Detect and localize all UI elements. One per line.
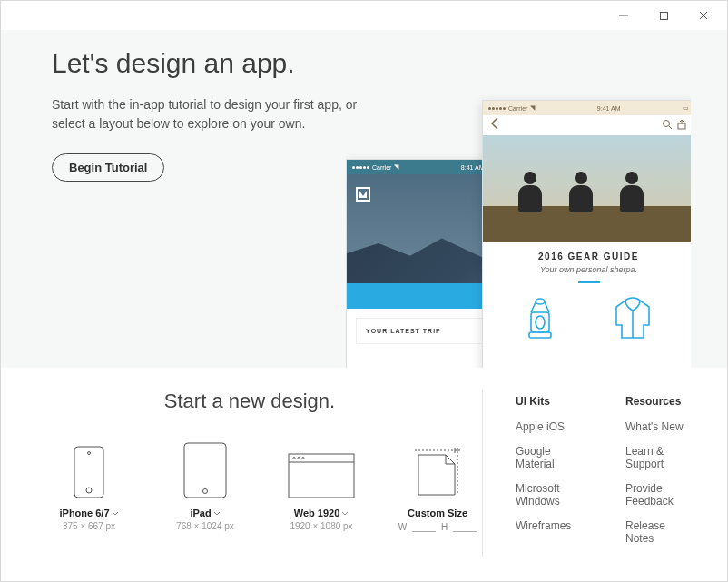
link-whats-new[interactable]: What's New: [625, 420, 691, 433]
svg-rect-20: [289, 454, 354, 498]
mock2-title: 2016 GEAR GUIDE: [483, 252, 691, 261]
battery-icon: ▭: [683, 104, 689, 112]
mock2-carrier: Carrier: [508, 105, 527, 112]
preset-custom-label: Custom Size: [408, 508, 467, 518]
links-section: UI Kits Apple iOS Google Material Micros…: [482, 390, 691, 557]
preset-ipad-dims: 768 × 1024 px: [161, 521, 250, 531]
jacket-icon: [608, 294, 657, 347]
custom-height-input[interactable]: [453, 521, 477, 532]
preset-custom[interactable]: Custom Size W H: [393, 439, 482, 532]
link-apple-ios[interactable]: Apple iOS: [516, 420, 584, 433]
begin-tutorial-button[interactable]: Begin Tutorial: [52, 153, 164, 182]
preset-ipad[interactable]: iPad 768 × 1024 px: [161, 439, 250, 532]
wifi-icon: ◥: [530, 104, 535, 112]
preset-iphone-dims: 375 × 667 px: [44, 521, 133, 531]
svg-rect-1: [660, 12, 667, 19]
window-titlebar: [1, 1, 727, 30]
col-resources-heading: Resources: [625, 395, 691, 408]
start-heading: Start a new design.: [17, 390, 482, 413]
col-resources: Resources What's New Learn & Support Pro…: [625, 395, 691, 557]
hero-subtext: Start with the in-app tutorial to design…: [52, 95, 369, 133]
link-provide-feedback[interactable]: Provide Feedback: [625, 482, 691, 508]
mock2-time: 9:41 AM: [597, 105, 621, 112]
preset-web-label: Web 1920: [294, 508, 340, 518]
custom-w-label: W: [398, 522, 407, 532]
svg-point-19: [203, 489, 208, 494]
svg-point-22: [293, 458, 295, 459]
wifi-icon: ◥: [394, 163, 398, 171]
svg-point-24: [302, 458, 304, 459]
link-google-material[interactable]: Google Material: [516, 445, 584, 470]
chevron-down-icon: [112, 508, 119, 518]
col-ui-kits-heading: UI Kits: [516, 395, 584, 408]
svg-point-8: [536, 299, 545, 304]
link-microsoft-windows[interactable]: Microsoft Windows: [516, 482, 584, 508]
share-icon: [676, 117, 687, 133]
mock1-carrier: Carrier: [372, 164, 391, 171]
svg-line-5: [669, 126, 672, 129]
link-release-notes[interactable]: Release Notes: [625, 519, 691, 545]
hero-heading: Let's design an app.: [52, 48, 397, 79]
lantern-icon: [520, 294, 560, 347]
svg-point-16: [88, 452, 91, 455]
svg-line-9: [531, 302, 536, 312]
mockup-preview: Carrier◥ 8:41 AM ▭ Welcom Campvi OUR BLO…: [346, 95, 691, 368]
link-learn-support[interactable]: Learn & Support: [625, 445, 691, 470]
custom-h-label: H: [441, 522, 448, 532]
col-ui-kits: UI Kits Apple iOS Google Material Micros…: [516, 395, 584, 557]
svg-rect-13: [529, 332, 551, 338]
chevron-down-icon: [341, 508, 349, 518]
preset-ipad-label: iPad: [190, 508, 211, 518]
preset-web[interactable]: Web 1920 1920 × 1080 px: [277, 439, 366, 532]
custom-width-input[interactable]: [412, 521, 436, 532]
svg-point-12: [536, 316, 545, 329]
mockup-phone-2: Carrier◥ 9:41 AM ▭ 2016 GEAR GUIDE: [482, 100, 691, 368]
mock1-time: 8:41 AM: [461, 164, 485, 171]
mock2-tagline: Your own personal sherpa.: [483, 265, 691, 274]
back-icon: [490, 117, 499, 133]
svg-point-17: [86, 488, 92, 493]
svg-point-4: [663, 121, 669, 127]
new-design-section: Start a new design. iPhone 6/7 375 × 667…: [44, 390, 482, 557]
close-button[interactable]: [684, 3, 723, 28]
search-icon: [662, 117, 673, 133]
chevron-down-icon: [213, 508, 221, 518]
preset-iphone[interactable]: iPhone 6/7 375 × 667 px: [44, 439, 133, 532]
preset-web-dims: 1920 × 1080 px: [277, 521, 366, 531]
preset-iphone-label: iPhone 6/7: [59, 508, 109, 518]
hero-section: Let's design an app. Start with the in-a…: [1, 30, 727, 368]
svg-line-10: [545, 302, 549, 312]
minimize-button[interactable]: [604, 3, 644, 28]
link-wireframes[interactable]: Wireframes: [516, 519, 584, 532]
svg-point-23: [298, 458, 300, 459]
mock1-logo-icon: [356, 187, 370, 202]
maximize-button[interactable]: [644, 3, 684, 28]
